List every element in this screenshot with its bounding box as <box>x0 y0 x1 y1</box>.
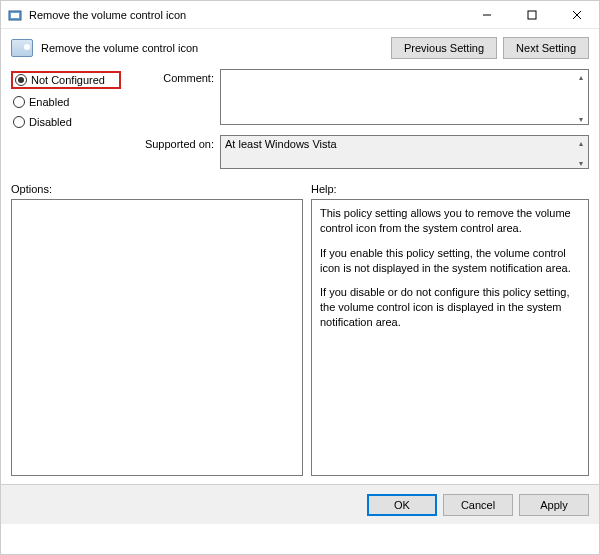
svg-rect-3 <box>528 11 536 19</box>
radio-label: Not Configured <box>31 74 105 86</box>
scroll-down-icon[interactable]: ▾ <box>574 112 588 126</box>
titlebar: Remove the volume control icon <box>1 1 599 29</box>
help-text: This policy setting allows you to remove… <box>320 206 580 236</box>
cancel-button[interactable]: Cancel <box>443 494 513 516</box>
policy-title: Remove the volume control icon <box>41 42 391 54</box>
options-box[interactable] <box>11 199 303 476</box>
options-label: Options: <box>11 183 303 195</box>
next-setting-button[interactable]: Next Setting <box>503 37 589 59</box>
close-button[interactable] <box>554 1 599 29</box>
previous-setting-button[interactable]: Previous Setting <box>391 37 497 59</box>
help-box[interactable]: This policy setting allows you to remove… <box>311 199 589 476</box>
ok-button[interactable]: OK <box>367 494 437 516</box>
help-text: If you disable or do not configure this … <box>320 285 580 330</box>
scroll-up-icon[interactable]: ▴ <box>574 70 588 84</box>
comment-row: Comment: ▴ ▾ <box>129 69 589 127</box>
radio-dot-icon <box>15 74 27 86</box>
scroll-down-icon[interactable]: ▾ <box>574 156 588 170</box>
radio-dot-icon <box>13 116 25 128</box>
radio-label: Disabled <box>29 116 72 128</box>
help-text: If you enable this policy setting, the v… <box>320 246 580 276</box>
maximize-button[interactable] <box>509 1 554 29</box>
header: Remove the volume control icon Previous … <box>1 29 599 65</box>
supported-row: Supported on: At least Windows Vista ▴ ▾ <box>129 135 589 171</box>
svg-rect-1 <box>11 13 19 18</box>
comment-textarea[interactable] <box>220 69 589 125</box>
supported-textarea: At least Windows Vista <box>220 135 589 169</box>
options-column: Options: <box>11 183 303 476</box>
supported-label: Supported on: <box>129 135 214 171</box>
config-section: Not Configured Enabled Disabled Comment:… <box>1 65 599 181</box>
window-title: Remove the volume control icon <box>29 9 464 21</box>
apply-button[interactable]: Apply <box>519 494 589 516</box>
radio-dot-icon <box>13 96 25 108</box>
policy-icon <box>11 39 33 57</box>
fields-column: Comment: ▴ ▾ Supported on: At least Wind… <box>129 69 589 179</box>
help-label: Help: <box>311 183 589 195</box>
window-controls <box>464 1 599 28</box>
radio-enabled[interactable]: Enabled <box>11 95 121 109</box>
radio-label: Enabled <box>29 96 69 108</box>
help-column: Help: This policy setting allows you to … <box>311 183 589 476</box>
state-radio-group: Not Configured Enabled Disabled <box>11 69 121 179</box>
radio-disabled[interactable]: Disabled <box>11 115 121 129</box>
minimize-button[interactable] <box>464 1 509 29</box>
footer: OK Cancel Apply <box>1 484 599 524</box>
lower-section: Options: Help: This policy setting allow… <box>1 181 599 476</box>
radio-not-configured[interactable]: Not Configured <box>11 71 121 89</box>
scroll-up-icon[interactable]: ▴ <box>574 136 588 150</box>
comment-label: Comment: <box>129 69 214 127</box>
app-icon <box>7 7 23 23</box>
